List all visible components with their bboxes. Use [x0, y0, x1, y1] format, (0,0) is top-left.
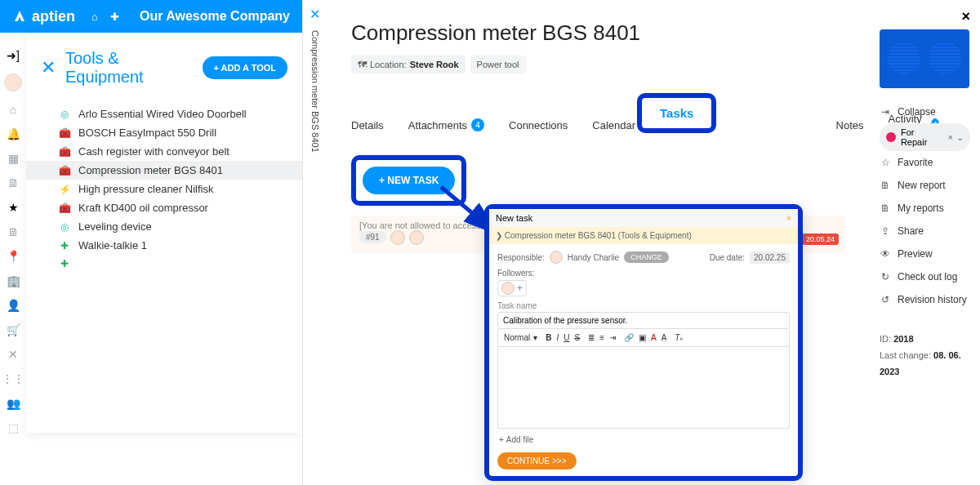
icon-rail: ➜] ⌂ 🔔 ▦ 🗎 ★ 🗎 📍 🏢 👤 🛒 ✕ ⋮⋮ 👥 ⬚ [0, 33, 26, 485]
gear-icon[interactable]: ✕ [310, 7, 320, 22]
tag-location[interactable]: 🗺Location:Steve Rook [351, 56, 466, 73]
bold-icon[interactable]: B [546, 333, 551, 342]
modal-body: Responsible: Handy Charlie CHANGE Due da… [489, 244, 798, 476]
house-icon[interactable]: ⌂ [7, 103, 20, 116]
responsible-name: Handy Charlie [568, 253, 619, 262]
sidebar-item[interactable]: ✚Walkie-talkie 1 [26, 236, 302, 255]
tab-tasks[interactable]: Tasks [660, 106, 693, 120]
add-follower-icon[interactable]: + [517, 283, 523, 294]
action-my-reports[interactable]: 🗎My reports [880, 197, 970, 220]
home-icon[interactable]: ⌂ [91, 11, 98, 23]
action-revision[interactable]: ↺Revision history [880, 288, 970, 311]
top-bar: aptien ⌂ ✚ Our Awesome Company [0, 0, 302, 33]
responsible-label: Responsible: [497, 253, 545, 262]
logo[interactable]: aptien [12, 8, 75, 25]
add-tool-button[interactable]: + ADD A TOOL [203, 56, 288, 79]
person-icon[interactable]: 👤 [7, 299, 20, 312]
sidebar-item[interactable]: ◎Arlo Essential Wired Video Doorbell [26, 105, 302, 123]
user-avatar[interactable] [4, 73, 22, 91]
wrench-icon: ✕ [41, 57, 56, 78]
vertical-title: Compression meter BGS 8401 [310, 30, 320, 153]
numlist-icon[interactable]: ≡ [599, 333, 604, 342]
tag-type[interactable]: Power tool [470, 56, 526, 73]
bg-icon[interactable]: A [662, 333, 667, 342]
status-chevron-icon[interactable]: ⌄ [956, 132, 964, 143]
sidebar-item[interactable]: 🧰Cash register with conveyor belt [26, 142, 302, 161]
editor-toolbar: Normal ▾ B I U S ≣ ≡ ⇥ 🔗 ▣ A A Tₓ [497, 329, 790, 347]
action-new-report[interactable]: 🗎New report [880, 174, 970, 197]
tab-calendar[interactable]: Calendar [592, 113, 635, 138]
tags: 🗺Location:Steve Rook Power tool [351, 56, 845, 73]
grid-icon[interactable]: ⋮⋮ [7, 372, 20, 385]
item-icon: ⚡ [59, 184, 70, 195]
sidebar-item[interactable]: ⚡High pressure cleaner Nilfisk [26, 180, 302, 198]
tab-attachments[interactable]: Attachments4 [408, 112, 484, 138]
page-title: Compression meter BGS 8401 [351, 20, 845, 46]
action-checkout[interactable]: ↻Check out log [880, 265, 970, 288]
report-icon: 🗎 [880, 180, 891, 191]
doc-icon[interactable]: 🗎 [7, 225, 20, 238]
tab-connections[interactable]: Connections [509, 113, 568, 138]
action-preview[interactable]: 👁Preview [880, 242, 970, 265]
status-pill[interactable]: For Repair ×⌄ [880, 123, 970, 151]
modal-title: New task [496, 213, 532, 223]
sidebar-header: ✕ Tools & Equipment + ADD A TOOL [26, 33, 302, 101]
tab-details[interactable]: Details [351, 113, 384, 138]
meta-info: ID: 2018 Last change: 08. 06. 2023 [880, 331, 970, 380]
action-share[interactable]: ⇪Share [880, 220, 970, 242]
building-icon[interactable]: 🏢 [7, 274, 20, 287]
star-icon[interactable]: ★ [7, 201, 20, 214]
item-label: High pressure cleaner Nilfisk [78, 183, 213, 195]
status-close-icon[interactable]: × [948, 132, 953, 143]
modal-close-icon[interactable]: × [786, 213, 791, 223]
bell-icon[interactable]: 🔔 [7, 127, 20, 140]
people-icon[interactable]: 👥 [7, 397, 20, 410]
new-task-button[interactable]: + NEW TASK [363, 167, 455, 194]
pin-icon[interactable]: 📍 [7, 250, 20, 263]
list-icon[interactable]: ≣ [588, 333, 595, 342]
task-id-pill: #91 [359, 231, 386, 243]
item-icon: ✚ [59, 240, 70, 251]
taskname-input[interactable]: Calibration of the pressure sensor. [497, 312, 790, 329]
format-select[interactable]: Normal ▾ [504, 333, 537, 342]
action-favorite[interactable]: ☆Favorite [880, 151, 970, 174]
italic-icon[interactable]: I [556, 333, 559, 342]
calendar-icon[interactable]: ▦ [7, 152, 20, 165]
due-value[interactable]: 20.02.25 [750, 251, 790, 264]
sidebar-item[interactable]: 🧰Kraft KD400 oil compressor [26, 198, 302, 217]
continue-button[interactable]: CONTINUE >>> [497, 452, 577, 469]
history-icon: ↺ [880, 294, 891, 305]
sidebar-item[interactable]: 🧰Compression meter BGS 8401 [26, 161, 302, 180]
change-button[interactable]: CHANGE [624, 251, 669, 263]
tools-icon[interactable]: ✕ [7, 348, 20, 361]
tab-tasks-highlight: Tasks [637, 93, 716, 133]
editor-body[interactable] [497, 347, 790, 429]
add-file-button[interactable]: + Add file [497, 429, 535, 451]
item-label: Cash register with conveyor belt [78, 145, 229, 158]
cart-icon[interactable]: 🛒 [7, 323, 20, 336]
org-icon[interactable]: ⬚ [7, 421, 20, 434]
close-panel-icon[interactable]: × [880, 8, 970, 25]
image-icon[interactable]: ▣ [639, 333, 646, 342]
row-responsible: Responsible: Handy Charlie CHANGE Due da… [497, 251, 790, 264]
clear-icon[interactable]: Tₓ [675, 333, 683, 342]
taskname-label: Task name [497, 301, 790, 310]
action-collapse[interactable]: ⇥Collapse [880, 100, 970, 123]
sidebar-item[interactable]: ◎Leveling device [26, 217, 302, 236]
color-icon[interactable]: A [651, 333, 657, 342]
link-icon[interactable]: 🔗 [624, 333, 634, 342]
underline-icon[interactable]: U [564, 333, 569, 342]
indent-icon[interactable]: ⇥ [609, 333, 616, 342]
strike-icon[interactable]: S [574, 333, 580, 342]
add-icon[interactable]: ✚ [110, 11, 119, 23]
modal-header: New task × [489, 209, 798, 227]
tab-notes[interactable]: Notes [836, 113, 864, 138]
followers-box[interactable]: + [497, 280, 527, 296]
sidebar-add-item[interactable]: ✚ [26, 255, 302, 273]
item-thumbnail[interactable] [880, 29, 969, 88]
sidebar-item[interactable]: 🧰BOSCH EasyImpact 550 Drill [26, 123, 302, 142]
item-icon: 🧰 [59, 165, 70, 176]
clipboard-icon[interactable]: 🗎 [7, 176, 20, 189]
login-icon[interactable]: ➜] [7, 49, 20, 62]
new-task-modal: New task × ❯ Compression meter BGS 8401 … [484, 204, 803, 481]
